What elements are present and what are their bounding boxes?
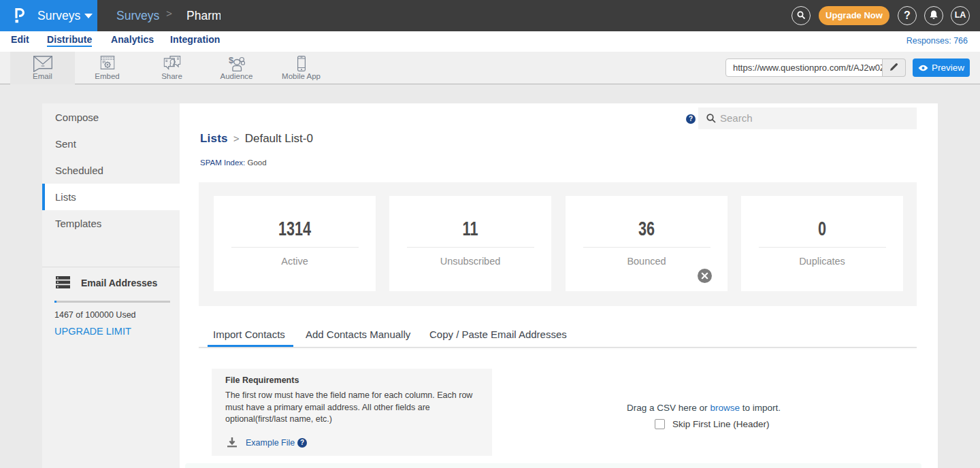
svg-text:$: $ xyxy=(229,56,234,65)
